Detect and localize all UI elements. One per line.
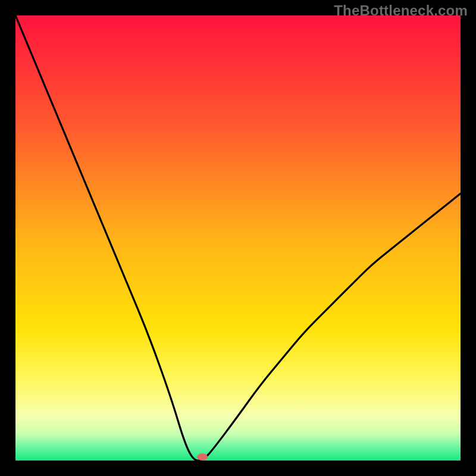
image-frame: TheBottleneck.com	[0, 0, 476, 476]
chart-background	[15, 15, 461, 461]
chart-svg	[15, 15, 461, 461]
chart-area	[15, 15, 461, 461]
sweet-spot-marker	[197, 453, 208, 461]
